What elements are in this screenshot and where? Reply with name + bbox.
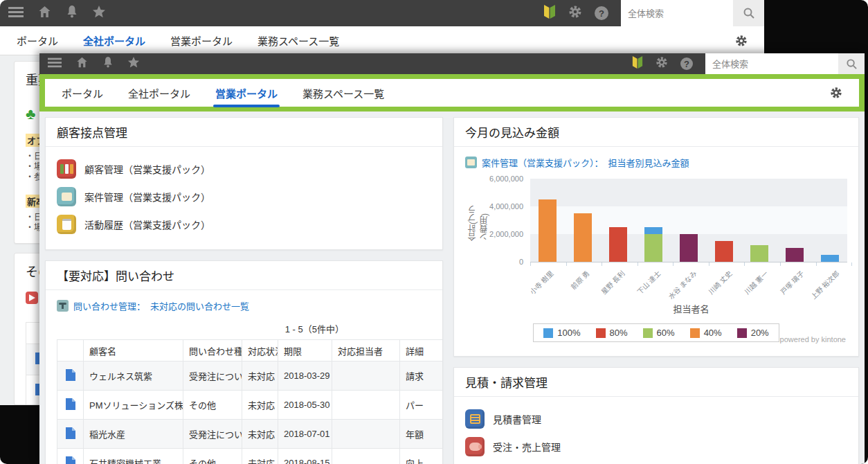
app-link-受注・売上管理[interactable]: 受注・売上管理 [465, 433, 847, 461]
legend-label: 80% [610, 328, 628, 338]
record-file-icon[interactable] [57, 362, 84, 391]
sales-icon [465, 437, 485, 456]
y-tick-label: 4,000,000 [489, 202, 523, 211]
app-link-案件管理（営業支援パック）[interactable]: 案件管理（営業支援パック） [57, 183, 431, 211]
global-search [621, 0, 764, 26]
estimates-icon [465, 409, 485, 429]
inquiry-view-link[interactable]: 未対応の問い合わせ一覧 [150, 299, 249, 312]
table-cell: 2018-03-29 [278, 362, 332, 391]
tab-ポータル[interactable]: ポータル [62, 86, 103, 100]
column-header: 期限 [278, 340, 332, 362]
column-header: 対応担当者 [332, 340, 400, 362]
table-cell: 稲光水産 [84, 420, 183, 449]
tab-全社ポータル[interactable]: 全社ポータル [128, 86, 190, 100]
settings-gear-icon[interactable] [568, 5, 582, 21]
help-icon[interactable]: ? [595, 6, 608, 20]
tab-営業ポータル[interactable]: 営業ポータル [170, 33, 233, 48]
y-axis-title: 合計(プラン費用) [467, 199, 490, 241]
inquiry-view-link-row: 問い合わせ管理： 未対応の問い合わせ一覧 [46, 290, 442, 315]
table-cell: その他 [183, 449, 242, 464]
column-header: 対応状況 [242, 340, 278, 362]
app-label: 見積書管理 [493, 412, 541, 426]
chart-app-link[interactable]: 案件管理（営業支援パック）： [482, 156, 604, 169]
y-tick-label: 2,000,000 [489, 230, 523, 238]
right-column: 今月の見込み金額 案件管理（営業支援パック）： 担当者別見込み金額 合計(プラン… [453, 117, 859, 464]
contact-management-card: 顧客接点管理 顧客管理（営業支援パック）案件管理（営業支援パック）活動履歴（営業… [45, 117, 443, 250]
app-label: 活動履歴（営業支援パック） [84, 217, 210, 231]
x-label-slot: 前原 勇 [566, 266, 602, 302]
help-icon[interactable]: ? [680, 57, 693, 70]
table-cell: PMソリューションズ株式会社 [84, 391, 183, 420]
record-file-icon[interactable] [57, 420, 84, 449]
table-cell: 受発注について [183, 420, 242, 449]
record-file-icon[interactable] [57, 391, 84, 420]
back-top-bar: ? [0, 0, 764, 26]
x-tick-label: 川崎 丈史 [706, 268, 734, 296]
hamburger-menu-icon[interactable] [48, 55, 62, 72]
x-axis-labels: 小寺 樹里前原 勇星野 長利下山 達士水谷 まなみ川崎 丈史川越 憲一戸塚 璃子… [530, 266, 852, 302]
bar-川崎 丈史 [706, 179, 741, 262]
search-input[interactable] [621, 0, 733, 26]
y-axis: 合計(プラン費用) 02,000,0004,000,0006,000,000 [465, 179, 530, 262]
table-row: ウェルネス筑紫受発注について未対応2018-03-29請求 [57, 362, 443, 391]
x-tick-label: 前原 勇 [568, 268, 591, 292]
screen: ? ポータル全社ポータル営業ポータル業務スペース一覧 重要 ♣ 5 オフィ日場参… [0, 0, 868, 464]
home-icon[interactable] [37, 5, 52, 21]
y-tick-label: 0 [519, 258, 523, 266]
chart-view-link[interactable]: 担当者別見込み金額 [608, 156, 689, 169]
front-nav-icons [48, 55, 140, 72]
favorites-star-icon[interactable] [92, 5, 106, 21]
x-label-slot: 川崎 丈史 [709, 266, 745, 302]
tab-営業ポータル[interactable]: 営業ポータル [215, 86, 278, 100]
bar-segment-80% [609, 227, 627, 262]
app-link-見積書管理[interactable]: 見積書管理 [465, 405, 847, 433]
x-tick-label: 川越 憲一 [742, 268, 770, 296]
favorites-star-icon[interactable] [127, 56, 140, 71]
legend-item-60%: 60% [643, 328, 675, 338]
hamburger-menu-icon[interactable] [8, 4, 24, 22]
table-row: PMソリューションズ株式会社その他未対応2018-05-30パー [57, 391, 443, 420]
app-label: 受注・売上管理 [493, 440, 561, 454]
table-cell [332, 362, 400, 391]
tab-ポータル[interactable]: ポータル [17, 33, 58, 48]
card-title: 【要対応】問い合わせ [46, 261, 442, 290]
search-button[interactable] [733, 0, 764, 26]
tab-業務スペース一覧[interactable]: 業務スペース一覧 [257, 33, 339, 48]
table-cell: 未対応 [242, 391, 278, 420]
card-title: 見積・請求管理 [454, 368, 858, 397]
tab-highlight-frame: ポータル全社ポータル営業ポータル業務スペース一覧 [39, 74, 865, 111]
inquiry-app-link[interactable]: 問い合わせ管理： [73, 299, 145, 312]
settings-gear-icon[interactable] [655, 56, 668, 71]
foreground-window: ? ポータル全社ポータル営業ポータル業務スペース一覧 顧客接点管理 顧客管理（営… [39, 53, 865, 464]
legend-swatch [643, 328, 653, 338]
table-cell: 年額 [400, 420, 443, 449]
bar-segment-80% [715, 241, 733, 262]
table-cell: 未対応 [242, 362, 278, 391]
beginner-mark-icon[interactable] [632, 55, 643, 72]
portal-settings-gear-icon[interactable] [735, 35, 748, 47]
search-button[interactable] [838, 53, 865, 74]
bar-segment-100% [821, 255, 839, 262]
tab-全社ポータル[interactable]: 全社ポータル [83, 33, 145, 48]
bar-水谷 まなみ [671, 179, 707, 262]
app-link-活動履歴（営業支援パック）[interactable]: 活動履歴（営業支援パック） [57, 211, 431, 238]
app-link-顧客管理（営業支援パック）[interactable]: 顧客管理（営業支援パック） [57, 155, 431, 183]
table-cell [332, 449, 400, 464]
home-icon[interactable] [75, 56, 89, 71]
x-axis-title: 担当者名 [530, 302, 852, 315]
front-top-right: ? [632, 53, 865, 74]
bar-下山 達士 [636, 179, 671, 262]
column-header: 問い合わせ種別 [183, 340, 242, 362]
notifications-bell-icon[interactable] [102, 56, 114, 71]
bar-川越 憲一 [741, 179, 777, 262]
record-file-icon[interactable] [57, 449, 84, 464]
table-cell: 2018-07-01 [278, 420, 332, 449]
megaphone-icon [26, 292, 38, 304]
activity-icon [57, 215, 76, 234]
stacked-bar-chart: 合計(プラン費用) 02,000,0004,000,0006,000,000 小… [465, 179, 847, 343]
beginner-mark-icon[interactable] [543, 4, 556, 22]
portal-settings-gear-icon[interactable] [830, 87, 842, 99]
search-input[interactable] [705, 53, 838, 74]
tab-業務スペース一覧[interactable]: 業務スペース一覧 [302, 86, 384, 100]
notifications-bell-icon[interactable] [66, 5, 78, 21]
